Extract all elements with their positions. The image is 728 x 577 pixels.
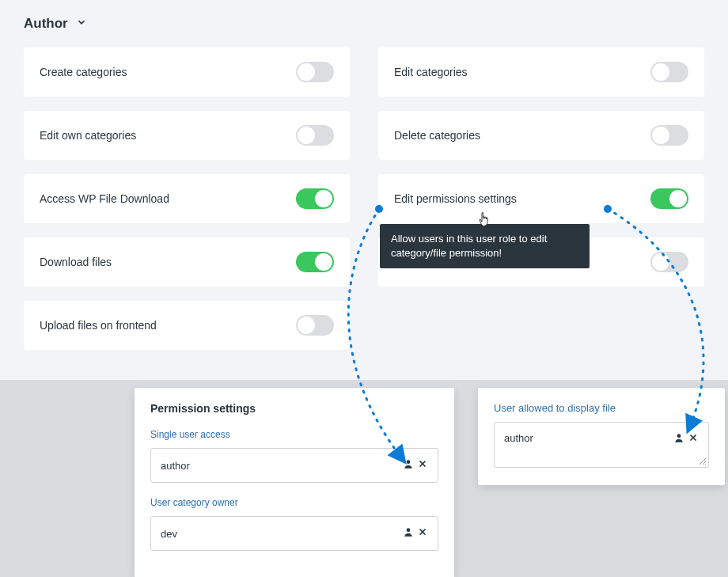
perm-label: Create categories <box>40 66 127 78</box>
svg-point-0 <box>407 460 411 464</box>
input-value: author <box>161 460 190 472</box>
single-user-access-input[interactable]: author <box>150 448 438 483</box>
tooltip-text: Allow users in this user role to edit ca… <box>391 233 547 259</box>
role-label: Author <box>24 16 68 32</box>
panel-title: User allowed to display file <box>494 402 709 414</box>
perm-label: Edit permissions settings <box>394 192 517 205</box>
single-user-access-label: Single user access <box>150 429 438 440</box>
permissions-grid: Create categories Edit categories Edit o… <box>0 36 728 366</box>
perm-label: Edit own categories <box>40 129 136 142</box>
user-icon[interactable] <box>403 526 414 541</box>
perm-delete-categories: Delete categories <box>378 111 704 160</box>
perm-toggle[interactable] <box>296 62 334 82</box>
permission-settings-panel: Permission settings Single user access a… <box>135 388 454 577</box>
svg-point-6 <box>677 434 681 438</box>
perm-create-categories: Create categories <box>24 47 350 97</box>
perm-edit-categories: Edit categories <box>378 47 704 97</box>
panel-title: Permission settings <box>150 402 438 415</box>
perm-toggle[interactable] <box>650 252 688 272</box>
perm-toggle[interactable] <box>650 125 688 146</box>
allowed-user-input[interactable]: author <box>494 422 709 468</box>
close-icon[interactable] <box>688 432 699 446</box>
cursor-pointer-icon <box>477 211 491 232</box>
close-icon[interactable] <box>417 458 428 473</box>
user-category-owner-input[interactable]: dev <box>150 516 438 551</box>
perm-toggle[interactable] <box>296 125 334 146</box>
perm-edit-permissions-settings: Edit permissions settings <box>378 174 704 223</box>
svg-point-3 <box>407 528 411 532</box>
perm-label: Delete categories <box>394 129 480 142</box>
close-icon[interactable] <box>417 526 428 541</box>
perm-label: Upload files on frontend <box>40 319 157 332</box>
user-icon[interactable] <box>673 432 684 446</box>
chevron-down-icon <box>76 16 87 32</box>
user-allowed-display-panel: User allowed to display file author <box>478 388 725 485</box>
perm-edit-own-categories: Edit own categories <box>24 111 350 160</box>
user-icon[interactable] <box>403 458 414 473</box>
input-value: author <box>504 432 533 444</box>
perm-toggle[interactable] <box>296 188 334 209</box>
role-dropdown[interactable]: Author <box>0 0 728 36</box>
perm-download-files: Download files <box>24 237 350 287</box>
perm-label: Access WP File Download <box>40 192 169 205</box>
perm-toggle[interactable] <box>296 252 334 272</box>
perm-access-wp-file-download: Access WP File Download <box>24 174 350 223</box>
perm-label: Edit categories <box>394 66 468 78</box>
perm-toggle[interactable] <box>296 315 334 336</box>
resize-handle-icon[interactable] <box>699 457 707 465</box>
perm-label: Download files <box>40 256 112 268</box>
perm-toggle[interactable] <box>650 188 688 209</box>
user-category-owner-label: User category owner <box>150 497 438 508</box>
perm-toggle[interactable] <box>650 62 688 82</box>
perm-upload-files-frontend: Upload files on frontend <box>24 301 350 350</box>
input-value: dev <box>161 528 177 540</box>
